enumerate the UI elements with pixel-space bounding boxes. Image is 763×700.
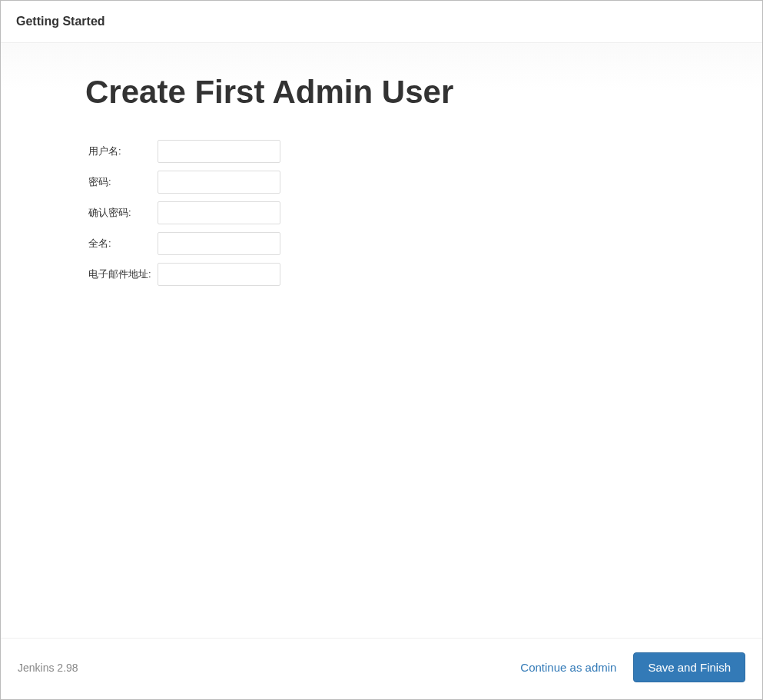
- save-and-finish-button[interactable]: Save and Finish: [633, 652, 745, 682]
- label-fullname: 全名:: [85, 232, 154, 255]
- continue-as-admin-button[interactable]: Continue as admin: [517, 655, 619, 680]
- wizard-main: Create First Admin User 用户名: 密码: 确认密码: 全…: [1, 43, 762, 638]
- input-username[interactable]: [158, 140, 280, 163]
- form-row-email: 电子邮件地址:: [85, 263, 284, 286]
- input-fullname[interactable]: [158, 232, 280, 255]
- admin-user-form: 用户名: 密码: 确认密码: 全名: 电子邮件地址:: [85, 132, 284, 294]
- jenkins-version: Jenkins 2.98: [18, 662, 78, 674]
- input-confirm-password[interactable]: [158, 201, 280, 224]
- form-row-username: 用户名:: [85, 140, 284, 163]
- footer-actions: Continue as admin Save and Finish: [517, 652, 745, 682]
- wizard-header: Getting Started: [1, 1, 762, 43]
- wizard-header-title: Getting Started: [16, 15, 747, 28]
- input-password[interactable]: [158, 171, 280, 194]
- label-email: 电子邮件地址:: [85, 263, 154, 286]
- wizard-footer: Jenkins 2.98 Continue as admin Save and …: [1, 638, 762, 699]
- form-row-fullname: 全名:: [85, 232, 284, 255]
- form-row-confirm-password: 确认密码:: [85, 201, 284, 224]
- label-password: 密码:: [85, 171, 154, 194]
- page-title: Create First Admin User: [85, 74, 747, 111]
- form-row-password: 密码:: [85, 171, 284, 194]
- label-confirm-password: 确认密码:: [85, 201, 154, 224]
- input-email[interactable]: [158, 263, 280, 286]
- label-username: 用户名:: [85, 140, 154, 163]
